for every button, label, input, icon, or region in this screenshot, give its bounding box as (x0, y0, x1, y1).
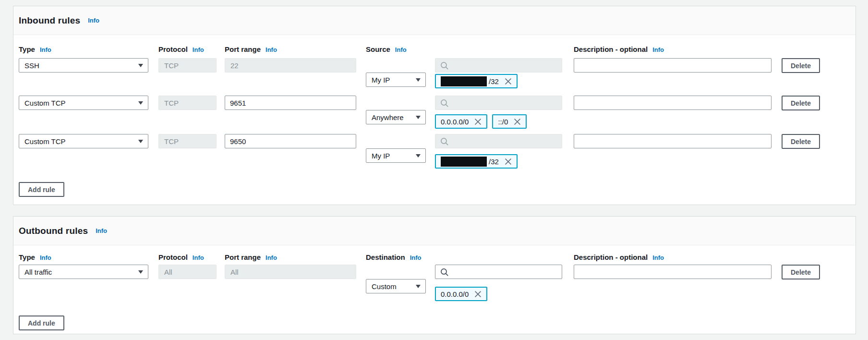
chevron-down-icon (138, 101, 143, 105)
source-search-field (435, 134, 562, 148)
source-select[interactable]: My IP (366, 73, 426, 87)
column-label-destination: Destination Info (366, 253, 422, 261)
description-cell (574, 134, 772, 148)
cidr-token: 0.0.0.0/0 (435, 287, 487, 301)
port-range-input[interactable] (225, 134, 356, 148)
inbound-rule-row: SSH TCP 22 My IP Delete (13, 58, 856, 73)
protocol-info-link[interactable]: Info (193, 254, 204, 261)
chevron-down-icon (138, 140, 143, 143)
column-label-source: Source Info (366, 45, 407, 53)
chevron-down-icon (138, 64, 143, 67)
destination-info-link[interactable]: Info (410, 254, 422, 261)
cidr-token: /32 (435, 154, 518, 169)
chevron-down-icon (416, 154, 421, 158)
security-group-rules-page: Inbound rules Info Type Info Protocol In… (0, 0, 868, 340)
outbound-rule-row: All traffic All All Custom Delete (13, 265, 856, 279)
remove-token-icon[interactable] (514, 118, 521, 125)
delete-rule-button[interactable]: Delete (782, 134, 820, 149)
outbound-rules-title: Outbound rules (19, 226, 88, 236)
description-cell (574, 58, 772, 73)
column-label-type: Type Info (19, 45, 51, 53)
type-select[interactable]: Custom TCP (19, 134, 148, 148)
type-select[interactable]: Custom TCP (19, 96, 148, 110)
remove-token-icon[interactable] (505, 158, 512, 165)
cidr-token: /32 (435, 74, 518, 88)
destination-search-input[interactable] (453, 266, 557, 278)
description-cell (574, 265, 772, 279)
outbound-rules-info-link[interactable]: Info (96, 227, 107, 234)
source-search-field (435, 58, 562, 73)
remove-token-icon[interactable] (474, 291, 482, 298)
chevron-down-icon (416, 78, 421, 82)
search-icon (440, 99, 448, 107)
source-token-row: /32 (435, 74, 518, 88)
cidr-token: ::/0 (492, 114, 527, 129)
delete-rule-button[interactable]: Delete (782, 96, 820, 110)
chevron-down-icon (416, 116, 421, 119)
description-input[interactable] (574, 96, 772, 110)
source-search-input (453, 135, 557, 147)
search-icon (440, 137, 448, 146)
type-select[interactable]: All traffic (19, 265, 148, 279)
delete-rule-button[interactable]: Delete (782, 58, 820, 73)
source-search-field (435, 96, 562, 110)
destination-token-row: 0.0.0.0/0 (435, 287, 487, 301)
column-label-description: Description - optional Info (574, 253, 664, 261)
cidr-token: 0.0.0.0/0 (435, 114, 487, 129)
description-cell (574, 96, 772, 110)
inbound-rule-row: Custom TCP TCP My IP Delete (13, 134, 856, 148)
add-rule-button[interactable]: Add rule (19, 316, 64, 330)
column-label-description: Description - optional Info (574, 45, 664, 53)
port-range-field: 22 (225, 58, 356, 73)
column-label-port-range: Port range Info (225, 253, 277, 261)
source-info-link[interactable]: Info (395, 46, 407, 53)
column-label-port-range: Port range Info (225, 45, 277, 53)
search-icon (440, 268, 448, 276)
inbound-rules-card: Inbound rules Info Type Info Protocol In… (13, 6, 856, 205)
destination-select[interactable]: Custom (366, 279, 426, 293)
protocol-info-link[interactable]: Info (193, 46, 204, 53)
description-input[interactable] (574, 265, 772, 279)
port-range-cell (225, 96, 356, 110)
description-info-link[interactable]: Info (652, 46, 664, 53)
column-label-type: Type Info (19, 253, 51, 261)
source-select[interactable]: Anywhere (366, 110, 426, 124)
remove-token-icon[interactable] (474, 118, 482, 125)
protocol-field: TCP (158, 58, 217, 73)
source-token-row: 0.0.0.0/0 ::/0 (435, 114, 527, 129)
protocol-field: All (158, 265, 217, 279)
description-input[interactable] (574, 58, 772, 73)
port-range-info-link[interactable]: Info (265, 46, 277, 53)
outbound-rules-card: Outbound rules Info Type Info Protocol I… (13, 216, 856, 334)
port-range-field: All (225, 265, 356, 279)
inbound-rules-info-link[interactable]: Info (88, 17, 99, 24)
inbound-rules-header: Inbound rules Info (13, 6, 856, 35)
protocol-field: TCP (158, 96, 217, 110)
source-select[interactable]: My IP (366, 148, 426, 163)
inbound-rules-title: Inbound rules (19, 15, 80, 26)
column-label-protocol: Protocol Info (158, 45, 204, 53)
delete-rule-button[interactable]: Delete (782, 265, 820, 279)
outbound-rules-header: Outbound rules Info (13, 217, 856, 245)
chevron-down-icon (138, 270, 143, 274)
type-info-link[interactable]: Info (40, 46, 51, 53)
add-rule-button[interactable]: Add rule (19, 182, 64, 197)
redacted-ip (441, 76, 487, 86)
source-token-row: /32 (435, 154, 518, 169)
chevron-down-icon (416, 285, 421, 288)
type-info-link[interactable]: Info (40, 254, 51, 261)
source-search-input (453, 97, 557, 109)
description-info-link[interactable]: Info (652, 254, 664, 261)
column-label-protocol: Protocol Info (158, 253, 204, 261)
port-range-cell (225, 134, 356, 148)
protocol-field: TCP (158, 134, 217, 148)
destination-search-field[interactable] (435, 265, 562, 279)
description-input[interactable] (574, 134, 772, 148)
search-icon (440, 61, 448, 70)
type-select[interactable]: SSH (19, 58, 148, 73)
remove-token-icon[interactable] (505, 78, 512, 85)
redacted-ip (441, 157, 487, 167)
port-range-info-link[interactable]: Info (265, 254, 277, 261)
source-search-input (453, 59, 557, 72)
port-range-input[interactable] (225, 96, 356, 110)
